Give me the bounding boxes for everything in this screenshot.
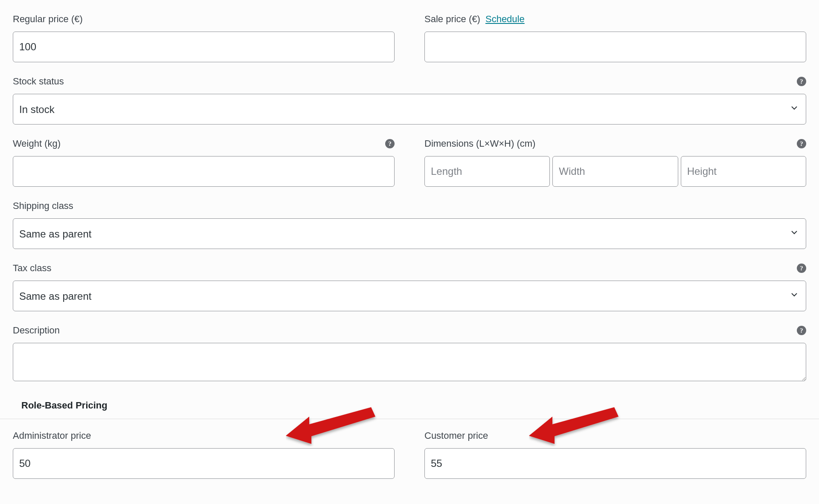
role-pricing-row: Administrator price Customer price — [13, 429, 806, 479]
help-icon[interactable]: ? — [385, 139, 395, 148]
help-icon[interactable]: ? — [797, 77, 806, 86]
customer-price-field-wrap: Customer price — [424, 429, 806, 479]
length-input[interactable] — [424, 156, 550, 187]
help-icon[interactable]: ? — [797, 326, 806, 335]
regular-price-input[interactable] — [13, 32, 395, 62]
description-label: Description — [13, 325, 60, 336]
height-input[interactable] — [681, 156, 806, 187]
stock-row: Stock status ? In stock — [13, 75, 806, 125]
dimensions-label: Dimensions (L×W×H) (cm) — [424, 138, 535, 149]
admin-price-input[interactable] — [13, 448, 395, 479]
stock-status-label: Stock status — [13, 76, 64, 87]
sale-price-field-wrap: Sale price (€) Schedule — [424, 13, 806, 62]
weight-label: Weight (kg) — [13, 138, 61, 149]
weight-field-wrap: Weight (kg) ? — [13, 137, 395, 187]
tax-class-row: Tax class ? Same as parent — [13, 262, 806, 311]
schedule-link[interactable]: Schedule — [485, 14, 525, 24]
weight-dimensions-row: Weight (kg) ? Dimensions (L×W×H) (cm) ? — [13, 137, 806, 187]
description-row: Description ? — [13, 324, 806, 381]
description-textarea[interactable] — [13, 343, 806, 381]
role-pricing-heading: Role-Based Pricing — [0, 394, 819, 419]
price-row: Regular price (€) Sale price (€) Schedul… — [13, 13, 806, 62]
stock-status-select-wrap: In stock — [13, 94, 806, 125]
admin-price-field-wrap: Administrator price — [13, 429, 395, 479]
help-icon[interactable]: ? — [797, 139, 806, 148]
customer-price-input[interactable] — [424, 448, 806, 479]
sale-price-input[interactable] — [424, 32, 806, 62]
customer-price-label: Customer price — [424, 430, 488, 441]
tax-class-label: Tax class — [13, 263, 51, 274]
shipping-class-label: Shipping class — [13, 200, 73, 211]
help-icon[interactable]: ? — [797, 264, 806, 273]
admin-price-label: Administrator price — [13, 430, 91, 441]
regular-price-label: Regular price (€) — [13, 14, 83, 25]
regular-price-field-wrap: Regular price (€) — [13, 13, 395, 62]
sale-price-label: Sale price (€) — [424, 14, 480, 24]
stock-status-select[interactable]: In stock — [13, 94, 806, 125]
product-data-panel: Regular price (€) Sale price (€) Schedul… — [0, 0, 819, 504]
shipping-class-select[interactable]: Same as parent — [13, 218, 806, 249]
weight-input[interactable] — [13, 156, 395, 187]
dimensions-field-wrap: Dimensions (L×W×H) (cm) ? — [424, 137, 806, 187]
tax-class-select[interactable]: Same as parent — [13, 281, 806, 311]
shipping-class-row: Shipping class Same as parent — [13, 200, 806, 249]
width-input[interactable] — [552, 156, 678, 187]
dimensions-inputs — [424, 156, 806, 187]
